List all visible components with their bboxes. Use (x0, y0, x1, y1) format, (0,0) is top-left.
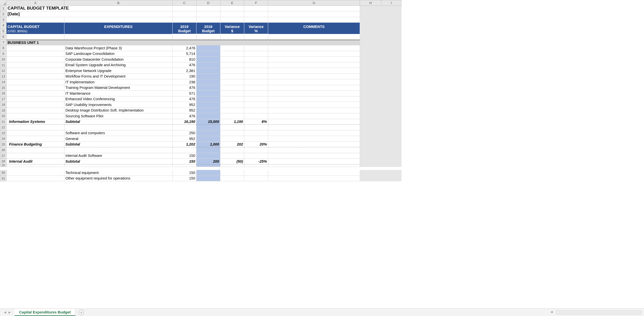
budget-2019[interactable]: 476 (173, 62, 196, 68)
expenditure-desc[interactable]: Enhanced Video Conferencing (64, 96, 173, 102)
cell-h-25[interactable] (360, 142, 381, 148)
comments[interactable] (268, 153, 360, 159)
budget-2019[interactable]: 476 (173, 113, 196, 119)
subtotal-2018[interactable]: 1,000 (196, 142, 220, 148)
cell-r26-2[interactable] (173, 147, 196, 153)
row-header-3[interactable]: 3 (0, 17, 7, 23)
budget-2019[interactable]: 2,381 (173, 68, 196, 74)
budget-2019[interactable]: 238 (173, 79, 196, 85)
cell-r3-1[interactable] (64, 17, 173, 23)
expenditure-desc[interactable]: Training Program Material Development (64, 85, 173, 91)
cell-a-9[interactable] (7, 51, 64, 57)
budget-2018[interactable] (196, 108, 220, 114)
variance-dollar[interactable] (220, 74, 244, 80)
cell-e1[interactable] (220, 6, 244, 12)
cell-h-13[interactable] (360, 74, 381, 80)
budget-2018[interactable] (196, 96, 220, 102)
cell-h-10[interactable] (360, 57, 381, 62)
cell-r3-4[interactable] (220, 17, 244, 23)
cell-r22-2[interactable] (173, 125, 196, 130)
row-header-31[interactable]: 31 (0, 176, 7, 182)
comments[interactable] (268, 113, 360, 119)
variance-dollar[interactable] (220, 62, 244, 68)
row-header-30[interactable]: 30 (0, 170, 7, 176)
cell-a-16[interactable] (7, 91, 64, 96)
column-header-B[interactable]: B (64, 0, 173, 6)
cell-f2[interactable] (244, 11, 268, 17)
expenditure-desc[interactable]: Software and computers (64, 130, 173, 136)
budget-2019[interactable]: 5,714 (173, 51, 196, 57)
cell-r3-3[interactable] (196, 17, 220, 23)
expenditure-desc[interactable]: Workflow Forms and IT Development (64, 74, 173, 80)
subtotal-2018[interactable]: 200 (196, 159, 220, 164)
cell-a-13[interactable] (7, 74, 64, 80)
budget-2019[interactable]: 250 (173, 130, 196, 136)
cell-e2[interactable] (220, 11, 244, 17)
cell-i-20[interactable] (381, 113, 401, 119)
cell-h4[interactable] (360, 23, 381, 28)
budget-2018[interactable] (196, 153, 220, 159)
expenditure-desc[interactable]: Sourcing Software Pilot (64, 113, 173, 119)
row-header-16[interactable]: 16 (0, 91, 7, 96)
cell-r3-6[interactable] (268, 17, 360, 23)
row-header-13[interactable]: 13 (0, 74, 7, 80)
cell-h-17[interactable] (360, 96, 381, 102)
cell-a-30[interactable] (7, 170, 64, 176)
cell-c2[interactable] (173, 11, 196, 17)
budget-2019[interactable]: 150 (173, 176, 196, 182)
cell-a-8[interactable] (7, 45, 64, 51)
cell-r26-d[interactable] (196, 147, 220, 153)
cell-h-8[interactable] (360, 45, 381, 51)
variance-pct[interactable] (244, 108, 268, 114)
variance-pct[interactable] (244, 130, 268, 136)
variance-dollar[interactable] (220, 68, 244, 74)
cell-i-17[interactable] (381, 96, 401, 102)
budget-2019[interactable]: 952 (173, 136, 196, 142)
cell-r3-0[interactable] (7, 17, 64, 23)
column-header-E[interactable]: E (220, 0, 244, 6)
budget-2019[interactable]: 952 (173, 102, 196, 108)
cell-h1[interactable] (360, 6, 381, 12)
budget-2018[interactable] (196, 136, 220, 142)
row-header-5[interactable]: 5 (0, 28, 7, 34)
expenditure-desc[interactable]: Other equipment required for operations (64, 176, 173, 182)
variance-dollar[interactable] (220, 91, 244, 96)
comments[interactable] (268, 136, 360, 142)
cell-i5[interactable] (381, 28, 401, 34)
row-header-23[interactable]: 23 (0, 130, 7, 136)
cell-h-20[interactable] (360, 113, 381, 119)
variance-dollar[interactable] (220, 102, 244, 108)
row-header-9[interactable]: 9 (0, 51, 7, 57)
column-header-C[interactable]: C (173, 0, 196, 6)
cell-a-18[interactable] (7, 102, 64, 108)
row-header-18[interactable]: 18 (0, 102, 7, 108)
budget-2018[interactable] (196, 45, 220, 51)
comments[interactable] (268, 91, 360, 96)
cell-h-24[interactable] (360, 136, 381, 142)
cell-h-16[interactable] (360, 91, 381, 96)
cell-d2[interactable] (196, 11, 220, 17)
budget-2018[interactable] (196, 130, 220, 136)
budget-2019[interactable]: 571 (173, 91, 196, 96)
cell-d1[interactable] (196, 6, 220, 12)
row-header-2[interactable]: 2 (0, 11, 7, 17)
comments[interactable] (268, 108, 360, 114)
row-header-29[interactable]: 29 (0, 164, 7, 167)
cell-r26-0[interactable] (7, 147, 64, 153)
cell-h-9[interactable] (360, 51, 381, 57)
tab-nav[interactable]: ◀ ▶ (0, 311, 15, 314)
variance-pct[interactable] (244, 136, 268, 142)
comments[interactable] (268, 74, 360, 80)
expenditure-desc[interactable]: SAP Landscape Consolidation (64, 51, 173, 57)
budget-2018[interactable] (196, 51, 220, 57)
budget-2019[interactable]: 810 (173, 57, 196, 62)
budget-2018[interactable] (196, 57, 220, 62)
comments[interactable] (268, 68, 360, 74)
cell-h-18[interactable] (360, 102, 381, 108)
cell-r6-1[interactable] (64, 34, 173, 40)
variance-pct[interactable] (244, 85, 268, 91)
subtotal-comments[interactable] (268, 119, 360, 125)
cell-i-23[interactable] (381, 130, 401, 136)
budget-2018[interactable] (196, 79, 220, 85)
cell-h-30[interactable] (360, 170, 381, 176)
